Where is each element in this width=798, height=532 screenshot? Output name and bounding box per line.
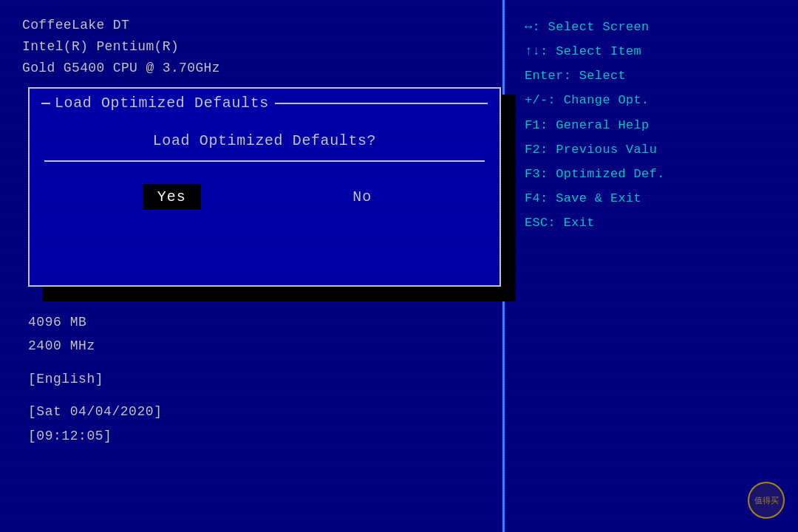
help-line5: F1: General Help [525, 113, 787, 137]
cpu-line2: Intel(R) Pentium(R) [22, 36, 480, 58]
right-panel: ↔: Select Screen ↑↓: Select Item Enter: … [514, 0, 798, 532]
help-line1: ↔: Select Screen [525, 15, 787, 39]
cpu-line1: CoffeeLake DT [22, 15, 480, 36]
help-line3: Enter: Select [525, 64, 787, 88]
no-button[interactable]: No [338, 184, 386, 210]
help-line2: ↑↓: Select Item [525, 39, 787, 64]
cpu-info: CoffeeLake DT Intel(R) Pentium(R) Gold G… [22, 15, 480, 78]
help-line6: F2: Previous Valu [525, 137, 787, 162]
lang-info: [English] [28, 367, 162, 391]
help-text: ↔: Select Screen ↑↓: Select Item Enter: … [525, 15, 787, 235]
cpu-line3: Gold G5400 CPU @ 3.70GHz [22, 58, 480, 79]
help-line8: F4: Save & Exit [525, 186, 787, 211]
dialog-body: Load Optimized Defaults? [30, 117, 499, 169]
dialog-buttons: Yes No [30, 169, 499, 225]
system-info: 4096 MB 2400 MHz [English] [Sat 04/04/20… [28, 310, 162, 448]
help-line9: ESC: Exit [525, 211, 787, 235]
bios-screen: CoffeeLake DT Intel(R) Pentium(R) Gold G… [0, 0, 798, 532]
freq-info: 2400 MHz [28, 334, 162, 358]
watermark-text: 值得买 [754, 496, 779, 505]
time-info: [09:12:05] [28, 424, 162, 448]
load-defaults-dialog: Load Optimized Defaults Load Optimized D… [28, 87, 501, 287]
memory-info: 4096 MB [28, 310, 162, 334]
help-line7: F3: Optimized Def. [525, 162, 787, 186]
dialog-title: Load Optimized Defaults [55, 95, 269, 112]
dialog-question: Load Optimized Defaults? [44, 132, 485, 149]
watermark-circle: 值得买 [748, 482, 785, 519]
dialog-title-bar: Load Optimized Defaults [30, 89, 499, 117]
dialog-divider [44, 160, 485, 162]
watermark: 值得买 [748, 482, 785, 519]
date-info: [Sat 04/04/2020] [28, 400, 162, 423]
yes-button[interactable]: Yes [143, 184, 201, 210]
help-line4: +/-: Change Opt. [525, 88, 787, 112]
